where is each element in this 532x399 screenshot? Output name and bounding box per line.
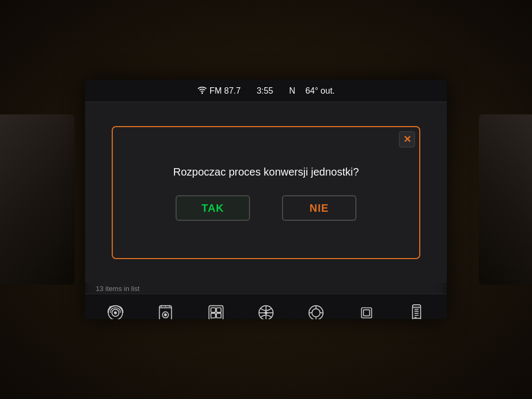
time-display: 3:55 (256, 86, 273, 96)
right-vent (479, 114, 532, 285)
svg-point-12 (210, 317, 212, 319)
media-icon (154, 301, 177, 320)
cancel-button[interactable]: NIE (282, 195, 356, 221)
phone-icon (405, 301, 428, 320)
radio-label: FM 87.7 (210, 86, 241, 96)
nav-item-media[interactable]: Media (143, 301, 188, 320)
svg-rect-23 (361, 307, 371, 318)
svg-point-18 (312, 309, 320, 317)
dialog-question: Rozpoczac proces konwersji jednostki? (173, 164, 359, 179)
radio-status: FM 87.7 (197, 85, 241, 96)
off-icon (355, 301, 378, 320)
climate-icon (304, 301, 328, 320)
radio-icon (104, 301, 127, 320)
svg-rect-24 (363, 310, 369, 315)
direction-value: N (289, 86, 296, 96)
status-bar: FM 87.7 3:55 N 64° out. (85, 80, 447, 102)
nav-item-radio[interactable]: Radio (93, 301, 138, 320)
left-vent (0, 114, 74, 285)
nav-item-climate[interactable]: Climate (294, 301, 339, 320)
svg-point-0 (202, 93, 203, 94)
svg-rect-9 (217, 307, 221, 312)
svg-point-3 (114, 312, 117, 314)
apps-icon (254, 301, 278, 320)
direction-display: N 64° out. (289, 86, 335, 96)
confirm-button[interactable]: TAK (176, 195, 250, 221)
nav-item-apps[interactable]: Apps (243, 301, 288, 320)
dialog-buttons: TAK NIE (176, 195, 356, 221)
nav-item-phone[interactable]: Phone (394, 301, 439, 320)
nav-item-controls[interactable]: Controls (193, 301, 238, 320)
temperature-value: 64° out. (305, 86, 335, 96)
dialog-box: ✕ Rozpoczac proces konwersji jednostki? … (112, 126, 420, 259)
svg-rect-11 (217, 313, 221, 318)
controls-icon (204, 301, 228, 320)
time-value: 3:55 (256, 86, 273, 96)
items-count: 13 items in list (85, 283, 447, 294)
nav-bar: Radio Media (85, 294, 447, 319)
nav-item-off[interactable]: Off (344, 301, 389, 320)
close-button[interactable]: ✕ (399, 131, 415, 147)
main-area: ✕ Rozpoczac proces konwersji jednostki? … (85, 102, 447, 283)
svg-point-6 (165, 313, 167, 315)
signal-icon (197, 85, 207, 96)
screen: FM 87.7 3:55 N 64° out. ✕ Rozpoczac proc… (85, 80, 447, 319)
svg-rect-8 (211, 307, 215, 312)
car-surround: FM 87.7 3:55 N 64° out. ✕ Rozpoczac proc… (0, 0, 532, 399)
